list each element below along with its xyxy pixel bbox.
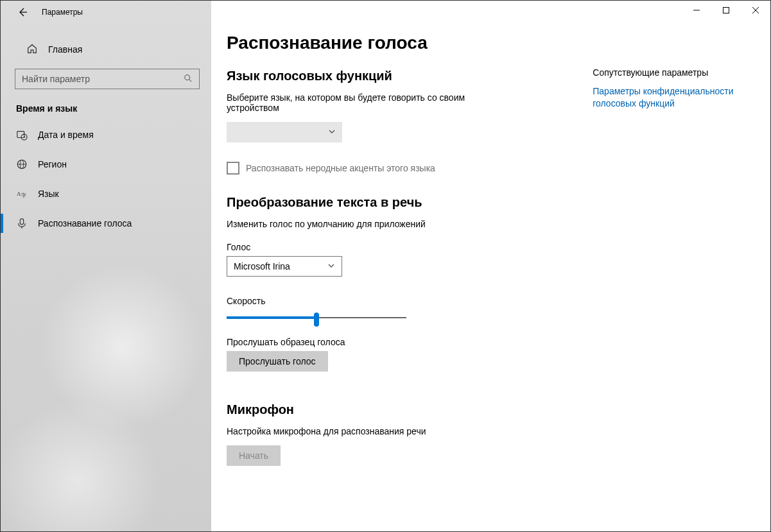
section-mic-heading: Микрофон xyxy=(227,402,567,417)
sidebar-item-label: Распознавание голоса xyxy=(38,218,132,228)
back-button[interactable] xyxy=(11,1,34,24)
calendar-clock-icon xyxy=(16,129,28,141)
preview-voice-button[interactable]: Прослушать голос xyxy=(227,351,328,372)
sidebar-item-label: Регион xyxy=(38,159,67,169)
arrow-left-icon xyxy=(17,7,28,17)
speed-slider[interactable] xyxy=(227,311,406,324)
sidebar-item-label: Язык xyxy=(38,189,59,199)
page-title: Распознавание голоса xyxy=(227,33,567,53)
microphone-icon xyxy=(16,218,28,229)
svg-rect-12 xyxy=(723,8,729,13)
slider-thumb[interactable] xyxy=(314,313,319,327)
maximize-icon xyxy=(723,7,729,13)
section-mic-desc: Настройка микрофона для распознавания ре… xyxy=(227,426,496,436)
section-tts-heading: Преобразование текста в речь xyxy=(227,195,567,210)
minimize-button[interactable] xyxy=(682,1,711,20)
sidebar-item-speech[interactable]: Распознавание голоса xyxy=(1,209,211,238)
chevron-down-icon xyxy=(328,127,336,137)
voice-dropdown-value: Microsoft Irina xyxy=(234,261,290,271)
titlebar-right xyxy=(682,1,770,20)
section-tts-desc: Изменить голос по умолчанию для приложен… xyxy=(227,219,496,229)
svg-line-1 xyxy=(189,79,192,82)
svg-text:A: A xyxy=(17,191,21,197)
svg-point-0 xyxy=(185,74,190,80)
search-icon xyxy=(184,74,193,85)
search-box[interactable] xyxy=(15,69,200,89)
chevron-down-icon xyxy=(327,261,335,271)
lang-dropdown[interactable] xyxy=(227,122,342,142)
related-heading: Сопутствующие параметры xyxy=(593,67,745,78)
minimize-icon xyxy=(693,7,700,13)
voice-label: Голос xyxy=(227,242,567,252)
sidebar: Параметры Главная Время и язык Дата и вр… xyxy=(1,1,211,531)
mic-start-button[interactable]: Начать xyxy=(227,445,281,466)
sidebar-item-label: Дата и время xyxy=(38,130,94,140)
window-title: Параметры xyxy=(42,8,83,17)
language-icon: A字 xyxy=(16,188,28,200)
maximize-button[interactable] xyxy=(711,1,741,20)
preview-label: Прослушать образец голоса xyxy=(227,337,567,347)
accent-checkbox-row[interactable]: Распознавать неродные акценты этого язык… xyxy=(227,162,567,175)
accent-checkbox-label: Распознавать неродные акценты этого язык… xyxy=(246,163,435,173)
sidebar-item-language[interactable]: A字 Язык xyxy=(1,179,211,209)
close-button[interactable] xyxy=(741,1,770,20)
svg-rect-9 xyxy=(20,219,23,225)
main: Распознавание голоса Язык голосовых функ… xyxy=(211,1,770,531)
globe-icon xyxy=(16,159,28,170)
svg-text:字: 字 xyxy=(21,193,26,198)
speed-label: Скорость xyxy=(227,296,567,306)
sidebar-item-date-time[interactable]: Дата и время xyxy=(1,120,211,150)
home-icon xyxy=(26,43,38,56)
home-label: Главная xyxy=(48,44,82,55)
section-lang-desc: Выберите язык, на котором вы будете гово… xyxy=(227,92,496,113)
section-lang-heading: Язык голосовых функций xyxy=(227,69,567,83)
slider-fill xyxy=(227,316,316,319)
home-nav[interactable]: Главная xyxy=(1,37,211,62)
checkbox-box[interactable] xyxy=(227,162,239,175)
titlebar-left: Параметры xyxy=(1,1,211,24)
related-link[interactable]: Параметры конфиденциальности голосовых ф… xyxy=(593,85,745,110)
close-icon xyxy=(752,7,759,13)
voice-dropdown[interactable]: Microsoft Irina xyxy=(227,256,342,277)
search-input[interactable] xyxy=(22,74,184,84)
sidebar-category: Время и язык xyxy=(1,89,211,120)
sidebar-item-region[interactable]: Регион xyxy=(1,150,211,179)
